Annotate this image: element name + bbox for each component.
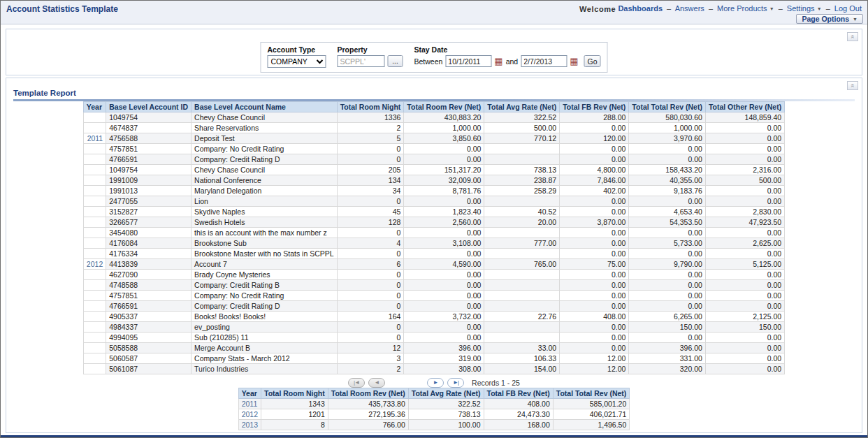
- global-nav: Dashboards – Answers – More Products ▼ –…: [618, 4, 862, 13]
- room-rev-cell: 0.00: [404, 333, 484, 343]
- year-group-cell[interactable]: [83, 196, 106, 207]
- room-rev-cell: 0.00: [404, 322, 484, 333]
- table-row: 2477055 Lion 0 0.00 0.00 0.00 0.00: [83, 196, 784, 207]
- nav-answers-link[interactable]: Answers: [675, 4, 704, 13]
- calendar-icon[interactable]: ▦: [570, 57, 578, 66]
- other-rev-cell: 5,125.00: [705, 259, 784, 270]
- account-type-group: Account Type COMPANY: [267, 45, 326, 68]
- account-name-cell: National Conference: [191, 175, 338, 186]
- other-rev-cell: 0.00: [705, 133, 784, 144]
- total-rev-cell: 4,653.40: [629, 207, 706, 217]
- total-rev-cell: 331.00: [629, 353, 706, 364]
- summary-fb-rev-cell: 408.00: [484, 399, 553, 409]
- total-rev-cell: 0.00: [629, 291, 706, 301]
- total-rev-cell: 0.00: [629, 280, 706, 291]
- year-group-cell[interactable]: 2012: [83, 259, 106, 270]
- property-input[interactable]: [337, 55, 384, 67]
- summary-fb-rev-cell: 24,473.30: [484, 409, 553, 420]
- year-group-cell[interactable]: [83, 228, 106, 238]
- report-table: Year Base Level Account ID Base Level Ac…: [83, 101, 785, 374]
- year-group-cell[interactable]: [83, 144, 106, 154]
- year-group-cell[interactable]: [83, 270, 106, 280]
- total-rev-cell: 150.00: [629, 322, 706, 333]
- nav-more-products-link[interactable]: More Products ▼: [717, 4, 774, 13]
- year-group-cell[interactable]: [83, 186, 106, 196]
- nav-dashboards-link[interactable]: Dashboards: [618, 4, 663, 13]
- collapse-section-button[interactable]: «: [847, 81, 858, 90]
- summary-room-night-cell: 1201: [261, 409, 328, 420]
- room-night-cell: 34: [337, 186, 404, 196]
- year-group-cell[interactable]: 2011: [83, 133, 106, 144]
- fb-rev-cell: 0.00: [560, 301, 629, 312]
- year-group-cell[interactable]: [83, 123, 106, 133]
- year-group-cell[interactable]: [83, 238, 106, 249]
- other-rev-cell: 47,923.50: [705, 217, 784, 228]
- year-group-cell[interactable]: [83, 207, 106, 217]
- stay-date-from-input[interactable]: [445, 55, 491, 67]
- other-rev-cell: 0.00: [705, 364, 784, 374]
- room-rev-cell: 396.00: [404, 343, 484, 353]
- year-group-cell[interactable]: [83, 112, 106, 123]
- room-rev-cell: 0.00: [404, 291, 484, 301]
- page-title: Account Statistics Template: [6, 4, 118, 14]
- year-group-cell[interactable]: [83, 353, 106, 364]
- fb-rev-cell: 75.00: [560, 259, 629, 270]
- page-options-button[interactable]: Page Options ▼: [796, 14, 863, 24]
- room-night-cell: 5: [337, 133, 404, 144]
- year-group-cell[interactable]: [83, 291, 106, 301]
- summary-year-cell[interactable]: 2011: [238, 399, 261, 409]
- account-name-cell: Account 7: [191, 259, 338, 270]
- calendar-icon[interactable]: ▦: [494, 57, 502, 66]
- year-group-cell[interactable]: [83, 280, 106, 291]
- account-name-cell: Chevy Chase Council: [191, 165, 338, 175]
- year-group-cell[interactable]: [83, 175, 106, 186]
- nav-log-out-link[interactable]: Log Out: [834, 4, 862, 13]
- year-group-cell[interactable]: [83, 165, 106, 175]
- room-rev-cell: 430,883.20: [404, 112, 484, 123]
- other-rev-cell: 0.00: [705, 291, 784, 301]
- other-rev-cell: 2,625.00: [705, 238, 784, 249]
- table-row: 4757851 Company: No Credit Rating 0 0.00…: [83, 291, 784, 301]
- room-rev-cell: 0.00: [404, 301, 484, 312]
- other-rev-cell: 0.00: [705, 249, 784, 259]
- year-group-cell[interactable]: [83, 301, 106, 312]
- year-group-cell[interactable]: [83, 249, 106, 259]
- account-type-select[interactable]: COMPANY: [267, 55, 326, 68]
- table-row: 5058588 Merge Account B 12 396.00 33.00 …: [83, 343, 784, 353]
- year-group-cell[interactable]: [83, 154, 106, 165]
- room-night-cell: 0: [337, 280, 404, 291]
- room-rev-cell: 0.00: [404, 196, 484, 207]
- summary-total-rev-cell: 1,496.50: [553, 420, 630, 430]
- account-name-cell: Share Reservations: [191, 123, 338, 133]
- room-night-cell: 12: [337, 343, 404, 353]
- fb-rev-cell: 0.00: [560, 238, 629, 249]
- year-group-cell[interactable]: [83, 322, 106, 333]
- avg-rate-cell: 770.12: [484, 133, 560, 144]
- avg-rate-cell: [484, 154, 560, 165]
- room-night-cell: 1336: [337, 112, 404, 123]
- year-group-cell[interactable]: [83, 333, 106, 343]
- summary-year-cell[interactable]: 2012: [238, 409, 261, 420]
- table-row: 2012 4413839 Account 7 6 4,590.00 765.00…: [83, 259, 784, 270]
- stay-date-group: Stay Date Between ▦ and ▦ Go: [414, 45, 600, 67]
- summary-avg-rate-cell: 100.00: [408, 420, 484, 430]
- account-id-cell: 1991013: [106, 186, 191, 196]
- stay-date-to-input[interactable]: [521, 55, 567, 67]
- year-group-cell[interactable]: [83, 217, 106, 228]
- summary-avg-rate-cell: 322.52: [408, 399, 484, 409]
- next-page-button[interactable]: ►: [427, 378, 444, 388]
- year-group-cell[interactable]: [83, 343, 106, 353]
- property-browse-button[interactable]: ...: [387, 55, 403, 67]
- nav-settings-link[interactable]: Settings ▼: [787, 4, 822, 13]
- last-page-button[interactable]: ►|: [447, 378, 464, 388]
- year-group-cell[interactable]: [83, 364, 106, 374]
- summary-year-cell[interactable]: 2013: [238, 420, 261, 430]
- go-button[interactable]: Go: [584, 55, 600, 67]
- summary-room-rev-cell: 272,195.36: [328, 409, 408, 420]
- account-name-cell: Company: No Credit Rating: [191, 291, 338, 301]
- account-name-cell: Brady Coyne Mysteries: [191, 270, 338, 280]
- year-group-cell[interactable]: [83, 312, 106, 322]
- nav-separator: –: [667, 4, 671, 13]
- fb-rev-cell: 288.00: [560, 112, 629, 123]
- collapse-section-button[interactable]: «: [847, 32, 858, 41]
